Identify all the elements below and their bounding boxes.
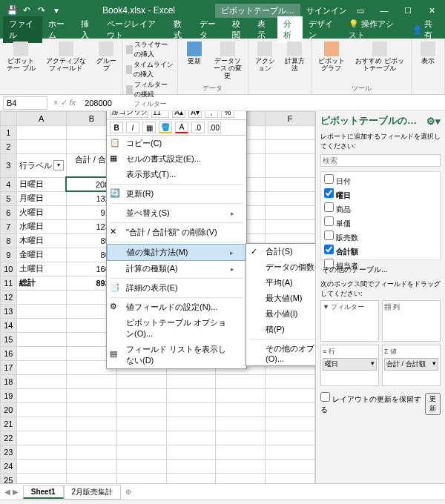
cell[interactable] bbox=[16, 332, 66, 346]
decrease-font-icon[interactable]: A▾ bbox=[188, 111, 202, 118]
field-dow[interactable]: 曜日 bbox=[323, 188, 438, 202]
field-date[interactable]: 日付 bbox=[323, 173, 438, 188]
columns-area[interactable]: ▦ 列 bbox=[382, 300, 441, 342]
recommended-pivottables-button[interactable]: おすすめ ピボットテーブル bbox=[352, 40, 408, 74]
cell[interactable] bbox=[266, 402, 315, 417]
row-header[interactable]: 2 bbox=[1, 140, 17, 154]
font-color-icon[interactable]: A bbox=[175, 122, 188, 133]
cell[interactable] bbox=[216, 473, 266, 483]
other-tables-link[interactable]: その他のテーブル... bbox=[316, 263, 445, 276]
row-header[interactable]: 12 bbox=[1, 290, 17, 304]
cell[interactable] bbox=[116, 473, 166, 483]
cell[interactable] bbox=[166, 431, 216, 445]
cell[interactable] bbox=[16, 346, 66, 360]
cell[interactable] bbox=[216, 459, 266, 473]
values-item[interactable]: 合計 / 合計額▾ bbox=[384, 358, 438, 371]
cell[interactable] bbox=[166, 388, 216, 402]
row-header[interactable]: 3 bbox=[1, 154, 17, 178]
ctx-show-details[interactable]: 📑詳細の表示(E) bbox=[107, 280, 246, 296]
ctx-hide-field-list[interactable]: ▤フィールド リストを表示しない(D) bbox=[107, 342, 246, 368]
cell[interactable] bbox=[166, 445, 216, 459]
cell[interactable]: 日曜日 bbox=[16, 177, 66, 191]
cell[interactable] bbox=[266, 205, 315, 219]
maximize-icon[interactable]: ☐ bbox=[398, 6, 418, 16]
comma-style-icon[interactable]: , bbox=[205, 111, 218, 118]
row-header[interactable]: 19 bbox=[1, 388, 17, 402]
cell[interactable] bbox=[266, 140, 315, 154]
values-area[interactable]: Σ 値 合計 / 合計額▾ bbox=[382, 345, 441, 386]
sub-min[interactable]: 最小値(I) bbox=[246, 306, 315, 322]
ctx-refresh[interactable]: 🔄更新(R) bbox=[107, 186, 246, 202]
ctx-summarize-values-by[interactable]: 値の集計方法(M) 合計(S) データの個数(C) 平均(A) 最大値(M) 最… bbox=[107, 244, 246, 261]
refresh-button[interactable]: 更新 bbox=[181, 40, 208, 67]
row-header[interactable]: 10 bbox=[1, 262, 17, 276]
cell[interactable] bbox=[116, 388, 166, 402]
actions-button[interactable]: アクション bbox=[251, 40, 278, 74]
sheet-tab-2[interactable]: 2月販売集計 bbox=[64, 485, 122, 500]
cell[interactable] bbox=[116, 431, 166, 445]
field-total[interactable]: 合計額 bbox=[323, 244, 438, 258]
cell[interactable] bbox=[216, 445, 266, 459]
row-header[interactable]: 17 bbox=[1, 360, 17, 374]
cell[interactable] bbox=[16, 459, 66, 473]
activefield-button[interactable]: アクティブな フィールド bbox=[42, 40, 90, 74]
cell[interactable] bbox=[266, 154, 315, 178]
cell[interactable] bbox=[16, 318, 66, 332]
cell[interactable]: 水曜日 bbox=[16, 219, 66, 233]
field-list[interactable]: 日付 曜日 商品 単価 販売数 合計額 担当者 bbox=[320, 171, 441, 260]
cell[interactable] bbox=[166, 402, 216, 417]
field-unit[interactable]: 単価 bbox=[323, 216, 438, 230]
sub-more-options[interactable]: その他のオプション(O)... bbox=[246, 341, 315, 365]
ctx-copy[interactable]: 📋コピー(C) bbox=[107, 136, 246, 151]
cell[interactable] bbox=[66, 388, 116, 402]
row-header[interactable]: 16 bbox=[1, 346, 17, 360]
cell[interactable] bbox=[16, 402, 66, 417]
cell[interactable] bbox=[116, 417, 166, 431]
cell[interactable] bbox=[116, 374, 166, 388]
sub-count[interactable]: データの個数(C) bbox=[246, 259, 315, 275]
pane-gear-icon[interactable]: ⚙▾ bbox=[426, 116, 441, 127]
cell[interactable]: 木曜日 bbox=[16, 233, 66, 248]
cell[interactable] bbox=[266, 417, 315, 431]
ctx-value-field-settings[interactable]: ⚙値フィールドの設定(N)... bbox=[107, 299, 246, 315]
group-button[interactable]: グループ bbox=[93, 40, 119, 74]
cell[interactable]: 月曜日 bbox=[16, 191, 66, 205]
font-combo[interactable] bbox=[110, 111, 148, 118]
cell[interactable] bbox=[266, 374, 315, 388]
col-header[interactable]: A bbox=[16, 112, 66, 126]
cell[interactable] bbox=[16, 140, 66, 154]
cell[interactable] bbox=[166, 459, 216, 473]
cell[interactable] bbox=[266, 473, 315, 483]
col-header[interactable]: F bbox=[266, 112, 315, 126]
cell[interactable] bbox=[266, 219, 315, 233]
pivottable-button[interactable]: ピボットテー ブル bbox=[3, 40, 39, 74]
signin-label[interactable]: サインイン bbox=[306, 5, 347, 16]
pivotchart-button[interactable]: ピボットグラフ bbox=[314, 40, 348, 74]
field-product[interactable]: 商品 bbox=[323, 202, 438, 216]
row-header[interactable]: 13 bbox=[1, 304, 17, 318]
update-button[interactable]: 更新 bbox=[425, 393, 441, 415]
ctx-show-values-as[interactable]: 計算の種類(A) bbox=[107, 261, 246, 276]
cell[interactable] bbox=[66, 459, 116, 473]
cell[interactable]: 土曜日 bbox=[16, 262, 66, 276]
cell[interactable] bbox=[266, 126, 315, 140]
field-search-input[interactable] bbox=[320, 154, 441, 167]
qat-dropdown-icon[interactable]: ▾ bbox=[50, 4, 62, 16]
rows-item[interactable]: 曜日▾ bbox=[323, 358, 377, 371]
sub-average[interactable]: 平均(A) bbox=[246, 275, 315, 291]
cell[interactable] bbox=[116, 459, 166, 473]
fontsize-combo[interactable] bbox=[151, 111, 169, 118]
row-header[interactable]: 9 bbox=[1, 248, 17, 262]
cell[interactable] bbox=[16, 290, 66, 304]
increase-decimal-icon[interactable]: .00 bbox=[208, 122, 221, 133]
cell[interactable] bbox=[216, 402, 266, 417]
ctx-format-cells[interactable]: ▦セルの書式設定(E)... bbox=[107, 151, 246, 167]
bold-icon[interactable]: B bbox=[110, 122, 123, 133]
defer-layout-checkbox[interactable]: レイアウトの更新を保留する bbox=[320, 392, 425, 415]
redo-icon[interactable]: ↷ bbox=[36, 4, 47, 16]
row-header[interactable]: 5 bbox=[1, 191, 17, 205]
ctx-sort[interactable]: 並べ替え(S) bbox=[107, 205, 246, 221]
rows-area[interactable]: ≡ 行 曜日▾ bbox=[320, 345, 379, 386]
cell[interactable]: 行ラベル▾ bbox=[16, 154, 66, 178]
fill-color-icon[interactable]: 🪣 bbox=[159, 122, 172, 133]
